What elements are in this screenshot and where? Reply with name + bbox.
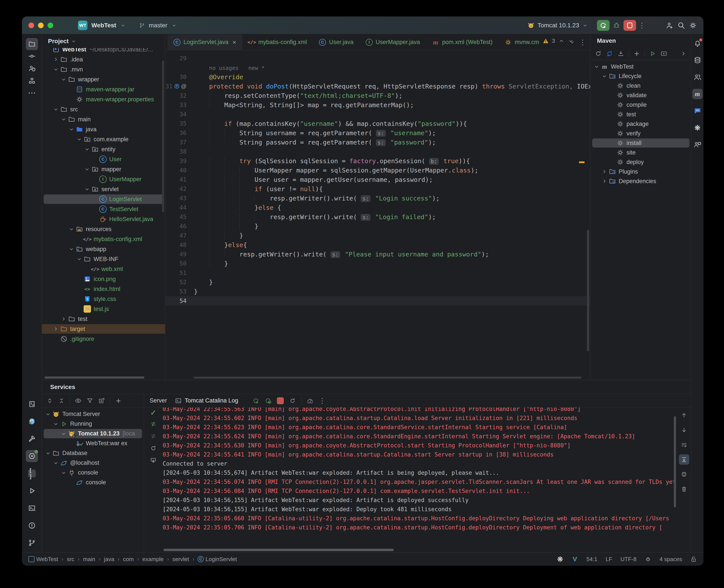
services-toolbar-plus-button[interactable]: + (115, 397, 122, 404)
chev-r-icon[interactable] (61, 316, 67, 322)
breadcrumb-item-loginservlet[interactable]: CLoginServlet (198, 556, 237, 563)
maven-item-compile[interactable]: compile (590, 100, 691, 109)
chev-d-icon[interactable] (601, 73, 607, 79)
tool-stripe-services-tool-button[interactable] (26, 450, 38, 462)
maven-toolbar-play-green-button[interactable] (649, 50, 656, 57)
rerun-button[interactable] (597, 20, 609, 31)
breadcrumb-item-src[interactable]: src (67, 556, 75, 563)
maven-item-dependencies[interactable]: Dependencies (590, 176, 691, 186)
project-tree-item-resources[interactable]: resources (42, 224, 165, 234)
chev-d-icon[interactable] (61, 116, 67, 122)
project-tree-item-testservlet[interactable]: CTestServlet (42, 204, 165, 214)
breadcrumb-item-main[interactable]: main (83, 556, 95, 563)
tool-stripe-gopher-button[interactable] (26, 415, 38, 427)
chev-d-icon[interactable] (84, 186, 90, 192)
chev-d-icon[interactable] (45, 411, 51, 417)
next-problem-icon[interactable] (568, 38, 574, 44)
code-line-36[interactable]: 36 String username = req.getParameter( s… (165, 128, 590, 138)
project-tree-item-icon-png[interactable]: icon.png (42, 274, 165, 284)
code-line-40[interactable]: 40 UserMapper mapper = sqlSession.getMap… (165, 166, 590, 175)
log-horizontal-scrollbar[interactable] (163, 549, 394, 551)
project-tree-item-web-inf[interactable]: WEB-INF (42, 254, 165, 264)
console-tab-tomcat-catalina-log[interactable]: Tomcat Catalina Log (175, 397, 238, 404)
breadcrumb-item-com[interactable]: com (123, 556, 134, 563)
chev-d-icon[interactable] (53, 106, 59, 112)
code-line-34[interactable]: 34 (165, 109, 590, 119)
close-tab-icon[interactable]: × (233, 39, 236, 46)
maven-item-install[interactable]: install (590, 138, 691, 148)
project-tree-item-com-example[interactable]: com.example (42, 134, 165, 144)
chev-d-icon[interactable] (68, 226, 75, 232)
tool-stripe-hammer-button[interactable] (26, 433, 38, 445)
editor-tab-loginservlet-java[interactable]: CLoginServlet.java× (167, 35, 242, 50)
chev-d-icon[interactable] (61, 431, 67, 437)
status-widget-utf-8[interactable]: UTF-8 (620, 556, 637, 563)
status-widget-lf[interactable]: LF (606, 556, 612, 563)
code-area[interactable]: 29 no usages new *30 @Override31@ protec… (165, 50, 590, 380)
project-tree-item-test-js[interactable]: JStest.js (42, 304, 165, 314)
maven-toolbar-reload-button[interactable] (606, 50, 613, 57)
tool-stripe-chat-button[interactable] (692, 106, 703, 116)
console-rail-scrollend-button[interactable] (679, 454, 689, 465)
console-rail-trash-button[interactable] (679, 484, 689, 494)
project-tree-item-mvn[interactable]: .mvn (42, 64, 165, 75)
run-config-name[interactable]: Tomcat 10.1.23 (538, 22, 579, 29)
breadcrumb-item-example[interactable]: example (142, 556, 164, 563)
prev-problem-icon[interactable] (558, 38, 565, 44)
maven-toolbar-download-button[interactable] (617, 50, 624, 57)
code-line-32[interactable]: 32 resp.setContentType("text/html;charse… (165, 91, 590, 100)
chev-d-icon[interactable] (84, 146, 90, 152)
breadcrumb-item-java[interactable]: java (104, 556, 115, 563)
code-line-45[interactable]: 45 resp.getWriter().write( s: "Login fai… (165, 212, 590, 222)
code-line-41[interactable]: 41 User user = mapper.getUser(username, … (165, 175, 590, 184)
chev-r-icon[interactable] (601, 178, 607, 184)
status-widget-robot[interactable] (645, 556, 651, 562)
tool-stripe-people-chat-button[interactable] (692, 140, 703, 150)
code-line-38[interactable]: 38 (165, 147, 590, 156)
editor-tab-usermapper-java[interactable]: IUserMapper.java (360, 35, 426, 50)
console-rail-down-button[interactable] (679, 425, 689, 435)
maven-toolbar-plus-button[interactable]: + (633, 50, 640, 57)
console-action-stop-sq-button[interactable] (277, 397, 284, 404)
project-tree-item-test[interactable]: test (42, 314, 165, 324)
tool-stripe-problems-button[interactable] (26, 520, 38, 531)
console-action-rerun-button[interactable] (253, 397, 260, 404)
code-line-46[interactable]: 46 } (165, 222, 590, 231)
chev-d-icon[interactable] (76, 256, 82, 262)
editor-tab-mybatis-config-xml[interactable]: </>mybatis-config.xml (242, 35, 313, 50)
console-rail-softwrap-button[interactable] (679, 440, 689, 450)
console-rail-up-button[interactable] (679, 410, 689, 420)
tool-stripe-people-button[interactable] (692, 72, 703, 82)
services-toolbar-expand-button[interactable] (46, 397, 53, 404)
tool-stripe-folder-tool-button[interactable] (26, 38, 38, 50)
search-button[interactable] (677, 21, 685, 29)
code-line-44[interactable]: 44 }else { (165, 203, 590, 212)
code-line-30[interactable]: 30 @Override (165, 72, 590, 82)
branch-name[interactable]: master (149, 22, 167, 29)
project-tree-item-maven-wrapper-jar[interactable]: maven-wrapper.jar (42, 84, 165, 94)
tool-stripe-terminal-tool-button[interactable] (26, 502, 38, 514)
console-rail-swap-gray-button[interactable] (150, 433, 157, 440)
console-rail-refresh-button[interactable] (150, 445, 157, 453)
console-rail-check-button[interactable]: ✓ (150, 409, 157, 416)
project-tree-item-gitignore[interactable]: .gitignore (42, 334, 165, 344)
settings-button[interactable] (689, 21, 697, 29)
chev-r-icon[interactable] (601, 169, 607, 175)
console-log[interactable]: 03-May-2024 22:34:55.563 INFO [main] org… (163, 407, 677, 552)
status-widget-4-spaces[interactable]: 4 spaces (660, 556, 682, 563)
minimize-window-button[interactable] (38, 23, 44, 28)
code-line-37[interactable]: 37 String password = req.getParameter( s… (165, 138, 590, 147)
console-rail-export-button[interactable] (150, 457, 157, 465)
status-widget-lock-open[interactable] (690, 556, 697, 562)
maven-toolbar-chev-r-button[interactable] (680, 50, 687, 57)
status-widget-gpt[interactable]: ❋ (557, 556, 563, 562)
editor-horizontal-scrollbar[interactable] (194, 377, 582, 379)
chev-d-icon[interactable] (53, 66, 59, 72)
project-tree-item-target[interactable]: target (42, 324, 165, 334)
services-tree-item-running[interactable]: Running (42, 419, 144, 429)
chev-d-icon[interactable] (61, 76, 67, 82)
editor-tab-pom-xml-webtest[interactable]: mpom.xml (WebTest) (426, 35, 499, 50)
code-line-35[interactable]: 35 if (map.containsKey("username") && ma… (165, 119, 590, 128)
code-line-29[interactable]: 29 (165, 54, 590, 63)
maven-item-webtest[interactable]: mWebTest (590, 62, 691, 71)
